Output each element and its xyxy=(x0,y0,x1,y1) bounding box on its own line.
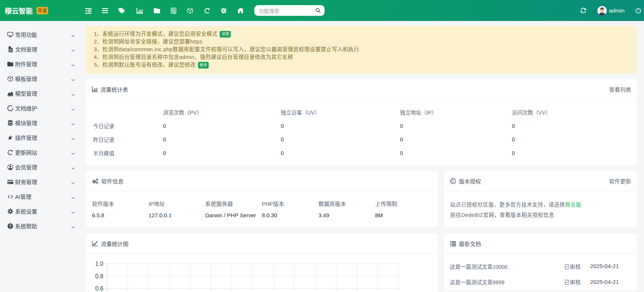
svg-text:0.8: 0.8 xyxy=(95,273,103,279)
svg-text:0.6: 0.6 xyxy=(95,285,103,292)
svg-text:1.0: 1.0 xyxy=(95,261,103,267)
